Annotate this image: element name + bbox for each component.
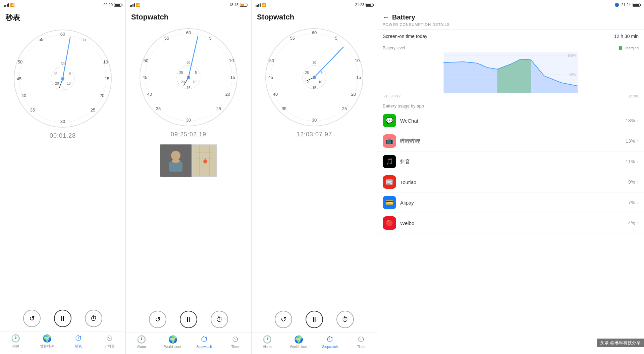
reset-icon-3: ↺ [281,315,286,323]
timer-icon-1: ⏲ [106,334,113,343]
video-person [160,144,192,177]
video-thumb-inner [160,144,217,177]
svg-text:35: 35 [30,107,35,113]
status-right-1: 09:20 [103,3,121,7]
clock-svg-1: 60 5 10 15 20 25 30 35 40 45 50 55 30 5 … [12,28,113,129]
app-name-1: 哔哩哔哩 [400,138,626,144]
nav-timer-2[interactable]: ⏲ Timer [225,335,246,349]
pause-button-1[interactable]: ⏸ [54,310,71,327]
stopwatch-icon-2: ⏱ [201,335,208,344]
lap-button-1[interactable]: ⏱ [85,310,102,327]
reset-button-1[interactable]: ↺ [23,310,41,327]
app-row-5[interactable]: 🔴 Weibo 4% › [377,213,644,233]
nav-timer-1[interactable]: ⏲ 计时器 [100,334,120,349]
svg-text:50%: 50% [569,73,576,76]
app-row-0[interactable]: 💬 WeChat 18% › [377,110,644,131]
pause-icon-3: ⏸ [311,316,318,323]
back-button[interactable]: ← [383,13,389,21]
app-row-3[interactable]: 📰 Toutiao 9% › [377,172,644,192]
phone-panel-2: 📶 18:45 Stopwatch 60 5 10 15 20 [126,0,252,354]
battery-header: ← Battery [377,9,644,23]
app-row-1[interactable]: 📺 哔哩哔哩 13% › [377,131,644,151]
svg-text:30: 30 [186,61,191,64]
svg-text:10: 10 [318,80,322,84]
svg-point-26 [61,78,64,81]
app-pct-1: 13% [626,138,635,144]
svg-text:20: 20 [351,92,356,97]
app-rows-container: 💬 WeChat 18% › 📺 哔哩哔哩 13% › 🎵 抖音 11% › 📰… [377,110,644,233]
app-icon-3: 📰 [383,175,396,189]
nav-stop-label-2: Stopwatch [196,345,212,349]
svg-text:10: 10 [103,59,108,64]
app-name-3: Toutiao [400,179,628,185]
battery-chart-section: Battery level Charging [377,43,644,101]
lap-button-3[interactable]: ⏱ [336,311,354,328]
nav-stopwatch-2[interactable]: ⏱ Stopwatch [194,335,214,349]
power-details-label: POWER CONSUMPTION DETAILS [377,23,644,29]
reset-button-2[interactable]: ↺ [149,311,166,328]
svg-text:5: 5 [195,71,197,75]
svg-text:50: 50 [18,59,22,64]
svg-text:45: 45 [268,75,273,80]
svg-text:20: 20 [307,80,311,84]
controls-bar-3: ↺ ⏸ ⏱ [252,305,377,332]
svg-text:25: 25 [342,106,347,111]
svg-text:60: 60 [186,30,191,35]
world-icon-3: 🌍 [294,335,303,344]
charging-label: Charging [624,46,639,50]
app-icon-4: 💳 [383,196,396,209]
charging-dot [619,46,622,50]
svg-text:60: 60 [312,30,317,35]
battery-panel: 🔵 21:24 ← Battery POWER CONSUMPTION DETA… [377,0,644,354]
status-bar-2: 📶 18:45 [126,0,251,9]
nav-alarm-1[interactable]: 🕐 闹钟 [6,334,26,349]
nav-worldclock-3[interactable]: 🌍 World clock [288,335,309,349]
video-thumbnail[interactable] [160,144,217,177]
reset-icon-2: ↺ [155,315,161,323]
pause-button-2[interactable]: ⏸ [180,311,197,328]
svg-text:25: 25 [91,107,95,113]
time-display-4: 21:24 [621,3,631,7]
status-bar-1: 📶 09:20 [0,0,125,9]
lap-icon-3: ⏱ [342,316,348,323]
phone-panel-3: 📶 21:23 Stopwatch 60 5 10 15 20 [252,0,377,354]
nav-alarm-3[interactable]: 🕐 Alarm [257,335,277,349]
battery-usage-title: Battery usage by app [377,101,644,110]
nav-stopwatch-1[interactable]: ⏱ 秒表 [68,334,89,349]
reset-button-3[interactable]: ↺ [275,311,292,328]
world-icon-1: 🌍 [43,334,52,343]
app-pct-5: 4% [628,220,635,226]
battery-status-4 [633,3,640,7]
nav-timer-3[interactable]: ⏲ Timer [351,335,371,349]
svg-text:35: 35 [282,106,286,111]
nav-worldclock-1[interactable]: 🌍 世界时钟 [37,334,57,349]
svg-text:15: 15 [356,75,361,80]
app-icon-5: 🔴 [383,216,396,230]
app-row-4[interactable]: 💳 Alipay 7% › [377,192,644,213]
chart-legend: Charging [619,46,639,50]
lap-icon-1: ⏱ [90,315,97,322]
lap-button-2[interactable]: ⏱ [211,311,228,328]
svg-text:15: 15 [230,75,235,80]
status-bar-4: 🔵 21:24 [377,0,644,9]
pause-icon-2: ⏸ [185,316,192,323]
app-name-4: Alipay [400,200,628,206]
svg-text:5: 5 [209,36,211,41]
pause-button-3[interactable]: ⏸ [306,311,323,328]
nav-stopwatch-3[interactable]: ⏱ Stopwatch [320,335,340,349]
bottom-nav-1: 🕐 闹钟 🌍 世界时钟 ⏱ 秒表 ⏲ 计时器 [0,331,125,354]
chart-time-labels: 21:50 8/27 21:00 [383,94,639,98]
nav-timer-label-1: 计时器 [105,344,115,349]
app-row-2[interactable]: 🎵 抖音 11% › [377,151,644,172]
nav-alarm-2[interactable]: 🕐 Alarm [131,335,152,349]
video-map [192,144,217,177]
time-display-3: 21:23 [355,3,364,7]
page-title-3: Stopwatch [252,9,377,24]
nav-worldclock-2[interactable]: 🌍 World clock [163,335,183,349]
screen-on-row: Screen-on time today 12 h 30 min [383,34,639,39]
time-label-end: 21:00 [629,94,638,98]
stopwatch-icon-3: ⏱ [326,335,334,344]
pause-icon-1: ⏸ [59,315,66,322]
time-display-2: 18:45 [229,3,238,7]
app-icon-2: 🎵 [383,155,396,168]
